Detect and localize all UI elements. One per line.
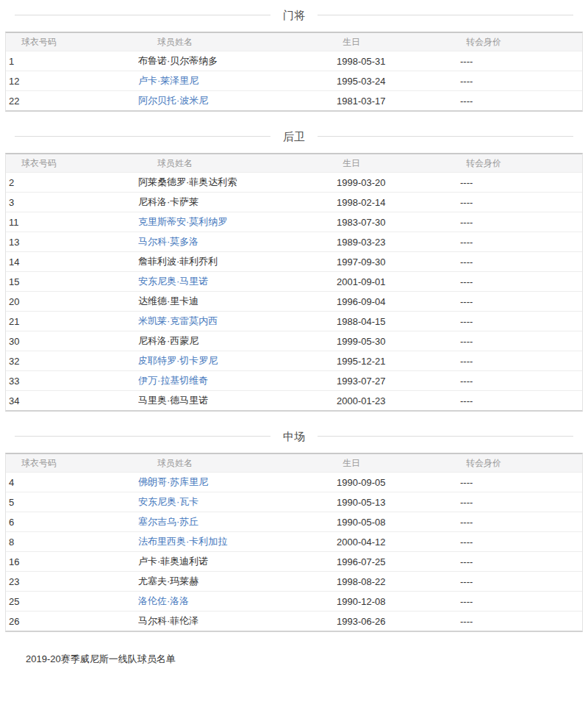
transfer-value-cell: ---- <box>459 591 582 611</box>
player-name-link[interactable]: 卢卡·莱泽里尼 <box>138 75 198 86</box>
birthday-cell: 1996-09-04 <box>337 291 459 311</box>
player-number-cell: 22 <box>6 90 138 110</box>
player-name-link[interactable]: 安东尼奥·马里诺 <box>138 276 208 287</box>
column-header-3: 生日 <box>337 454 459 472</box>
player-row: 5安东尼奥·瓦卡1990-05-13---- <box>6 492 582 512</box>
player-number-cell: 30 <box>6 331 138 351</box>
transfer-value-cell: ---- <box>459 271 582 291</box>
player-name-link[interactable]: 皮耶特罗·切卡罗尼 <box>138 355 218 366</box>
transfer-value-cell: ---- <box>459 512 582 531</box>
column-header-4: 转会身价 <box>459 33 582 51</box>
transfer-value-cell: ---- <box>459 192 582 212</box>
player-row: 6塞尔吉乌·苏丘1990-05-08---- <box>6 512 582 531</box>
sections-container: 门将球衣号码球员姓名生日转会身价1布鲁诺·贝尔蒂纳多1998-05-31----… <box>5 7 583 632</box>
player-row: 1布鲁诺·贝尔蒂纳多1998-05-31---- <box>6 51 582 71</box>
player-number-cell: 8 <box>6 531 138 551</box>
divider-line-left <box>15 436 270 437</box>
player-name-link[interactable]: 米凯莱·克雷莫内西 <box>138 315 218 326</box>
player-row: 15安东尼奥·马里诺2001-09-01---- <box>6 271 582 291</box>
player-name-link[interactable]: 克里斯蒂安·莫利纳罗 <box>138 216 227 227</box>
player-name-cell: 安东尼奥·马里诺 <box>138 271 337 291</box>
section-header: 门将 <box>15 7 573 23</box>
birthday-cell: 1998-05-31 <box>337 51 459 71</box>
player-row: 33伊万·拉基切维奇1993-07-27---- <box>6 370 582 390</box>
roster-table: 球衣号码球员姓名生日转会身价1布鲁诺·贝尔蒂纳多1998-05-31----12… <box>5 32 583 112</box>
player-number-cell: 13 <box>6 232 138 251</box>
player-name-cell: 塞尔吉乌·苏丘 <box>138 512 337 531</box>
transfer-value-cell: ---- <box>459 351 582 370</box>
player-row: 20达维德·里卡迪1996-09-04---- <box>6 291 582 311</box>
section-header: 后卫 <box>15 129 573 144</box>
player-name-link[interactable]: 阿尔贝托·波米尼 <box>138 95 208 106</box>
player-name-link[interactable]: 佛朗哥·苏库里尼 <box>138 476 208 487</box>
transfer-value-cell: ---- <box>459 370 582 390</box>
player-number-cell: 14 <box>6 251 138 271</box>
roster-table: 球衣号码球员姓名生日转会身价2阿莱桑德罗·菲奥达利索1999-03-20----… <box>5 153 583 412</box>
section-title: 中场 <box>283 428 305 444</box>
column-header-4: 转会身价 <box>459 154 582 172</box>
birthday-cell: 1981-03-17 <box>337 90 459 110</box>
player-name-cell: 达维德·里卡迪 <box>138 291 337 311</box>
player-number-cell: 12 <box>6 71 138 90</box>
section-header: 中场 <box>15 428 573 444</box>
transfer-value-cell: ---- <box>459 90 582 110</box>
player-name-text: 尼科洛·西蒙尼 <box>138 335 198 346</box>
transfer-value-cell: ---- <box>459 251 582 271</box>
transfer-value-cell: ---- <box>459 172 582 192</box>
player-name-cell: 马尔科·菲伦泽 <box>138 611 337 631</box>
player-name-link[interactable]: 塞尔吉乌·苏丘 <box>138 516 198 527</box>
player-name-link[interactable]: 伊万·拉基切维奇 <box>138 375 208 386</box>
roster-page: 门将球衣号码球员姓名生日转会身价1布鲁诺·贝尔蒂纳多1998-05-31----… <box>0 0 588 721</box>
player-row: 26马尔科·菲伦泽1993-06-26---- <box>6 611 582 631</box>
player-name-cell: 皮耶特罗·切卡罗尼 <box>138 351 337 370</box>
transfer-value-cell: ---- <box>459 331 582 351</box>
player-name-cell: 布鲁诺·贝尔蒂纳多 <box>138 51 337 71</box>
player-name-text: 阿莱桑德罗·菲奥达利索 <box>138 176 237 187</box>
player-name-text: 布鲁诺·贝尔蒂纳多 <box>138 55 218 66</box>
birthday-cell: 1999-05-30 <box>337 331 459 351</box>
birthday-cell: 1988-04-15 <box>337 311 459 331</box>
player-name-link[interactable]: 马尔科·莫多洛 <box>138 236 198 247</box>
player-name-cell: 阿尔贝托·波米尼 <box>138 90 337 110</box>
player-row: 32皮耶特罗·切卡罗尼1995-12-21---- <box>6 351 582 370</box>
player-number-cell: 25 <box>6 591 138 611</box>
header-row: 球衣号码球员姓名生日转会身价 <box>6 154 582 172</box>
birthday-cell: 2001-09-01 <box>337 271 459 291</box>
player-number-cell: 20 <box>6 291 138 311</box>
column-header-2: 球员姓名 <box>138 33 337 51</box>
birthday-cell: 1993-07-27 <box>337 370 459 390</box>
birthday-cell: 1995-12-21 <box>337 351 459 370</box>
player-name-text: 尼科洛·卡萨莱 <box>138 196 198 207</box>
header-row: 球衣号码球员姓名生日转会身价 <box>6 33 582 51</box>
player-name-cell: 克里斯蒂安·莫利纳罗 <box>138 212 337 232</box>
table-caption: 2019-20赛季威尼斯一线队球员名单 <box>26 653 583 666</box>
player-name-cell: 洛伦佐·洛洛 <box>138 591 337 611</box>
player-row: 34马里奥·德马里诺2000-01-23---- <box>6 390 582 410</box>
column-header-1: 球衣号码 <box>6 33 138 51</box>
section-title: 门将 <box>283 7 305 23</box>
player-row: 4佛朗哥·苏库里尼1990-09-05---- <box>6 472 582 492</box>
birthday-cell: 1983-07-30 <box>337 212 459 232</box>
birthday-cell: 2000-01-23 <box>337 390 459 410</box>
player-name-link[interactable]: 安东尼奥·瓦卡 <box>138 496 198 507</box>
player-name-link[interactable]: 法布里西奥·卡利加拉 <box>138 536 227 547</box>
player-number-cell: 21 <box>6 311 138 331</box>
player-number-cell: 23 <box>6 571 138 591</box>
player-row: 16卢卡·菲奥迪利诺1996-07-25---- <box>6 551 582 571</box>
transfer-value-cell: ---- <box>459 232 582 251</box>
birthday-cell: 1989-03-23 <box>337 232 459 251</box>
transfer-value-cell: ---- <box>459 551 582 571</box>
player-row: 30尼科洛·西蒙尼1999-05-30---- <box>6 331 582 351</box>
player-number-cell: 2 <box>6 172 138 192</box>
transfer-value-cell: ---- <box>459 492 582 512</box>
player-name-cell: 卢卡·菲奥迪利诺 <box>138 551 337 571</box>
column-header-1: 球衣号码 <box>6 154 138 172</box>
birthday-cell: 1998-02-14 <box>337 192 459 212</box>
transfer-value-cell: ---- <box>459 51 582 71</box>
player-section-1: 门将球衣号码球员姓名生日转会身价1布鲁诺·贝尔蒂纳多1998-05-31----… <box>5 7 583 112</box>
player-name-link[interactable]: 洛伦佐·洛洛 <box>138 595 189 606</box>
player-section-2: 后卫球衣号码球员姓名生日转会身价2阿莱桑德罗·菲奥达利索1999-03-20--… <box>5 129 583 412</box>
player-number-cell: 4 <box>6 472 138 492</box>
player-number-cell: 33 <box>6 370 138 390</box>
player-name-cell: 尼科洛·卡萨莱 <box>138 192 337 212</box>
